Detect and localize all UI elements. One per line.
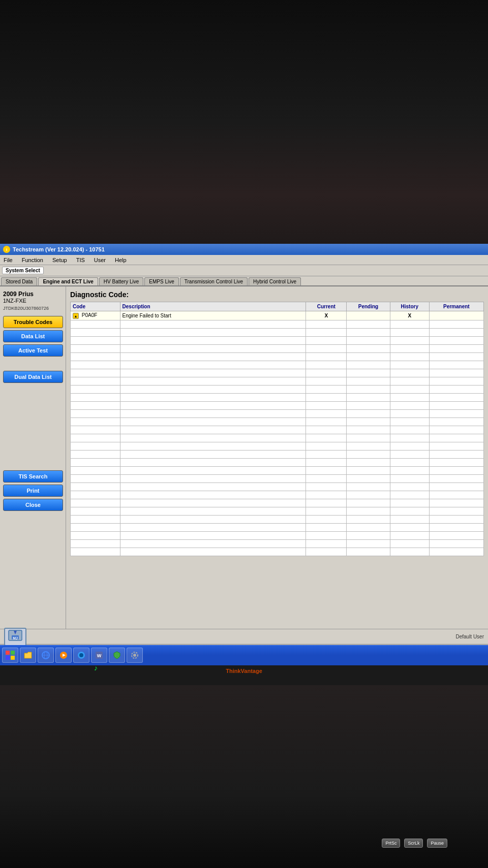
permanent-cell (429, 311, 483, 320)
table-row (71, 353, 484, 361)
pause-key[interactable]: Pause (427, 839, 447, 848)
prtsc-key[interactable]: PrtSc (382, 839, 400, 848)
scanner-wave-icon: ♪ (94, 664, 98, 672)
main-content: 2009 Prius 1NZ-FXE JTDKB20U307860726 Tro… (0, 286, 488, 629)
table-row (71, 345, 484, 353)
app-window: i Techstream (Ver 12.20.024) - 10751 Fil… (0, 244, 488, 650)
table-row (71, 459, 484, 467)
tab-bar: Stored Data Engine and ECT Live HV Batte… (0, 276, 488, 286)
bottom-dark-area: PrtSc ScrLk Pause (0, 685, 488, 868)
taskbar-browser2[interactable] (73, 648, 89, 663)
menu-user[interactable]: User (93, 256, 107, 264)
taskbar-file[interactable] (20, 648, 36, 663)
security-icon (112, 651, 121, 660)
media-icon (59, 651, 68, 660)
hmj-graphic: MJ (8, 629, 23, 645)
windows-taskbar: W (0, 645, 488, 665)
svg-rect-5 (11, 651, 15, 655)
taskbar-settings[interactable] (127, 648, 143, 663)
title-bar: i Techstream (Ver 12.20.024) - 10751 (0, 244, 488, 255)
table-row (71, 402, 484, 410)
menu-setup[interactable]: Setup (51, 256, 69, 264)
taskbar-media[interactable] (55, 648, 72, 663)
tab-emps-live[interactable]: EMPS Live (144, 277, 178, 285)
system-select-bar: System Select (0, 265, 488, 276)
svg-rect-7 (11, 656, 15, 660)
history-cell: X (390, 311, 429, 320)
svg-text:W: W (97, 653, 102, 658)
start-icon (5, 650, 15, 660)
table-row (71, 320, 484, 329)
tab-system-select[interactable]: System Select (2, 267, 44, 274)
table-row (71, 410, 484, 418)
svg-point-17 (133, 654, 136, 657)
tab-hv-battery-live[interactable]: HV Battery Live (99, 277, 143, 285)
col-header-permanent: Permanent (429, 302, 483, 311)
active-test-button[interactable]: Active Test (3, 344, 63, 357)
diagnostic-area: Diagnostic Code: Code Description Curren… (66, 286, 488, 629)
tab-stored-data[interactable]: Stored Data (1, 277, 37, 285)
col-header-description: Description (120, 302, 306, 311)
program-icon: W (95, 651, 104, 660)
menu-tis[interactable]: TIS (75, 256, 86, 264)
svg-rect-4 (6, 651, 10, 655)
col-header-current: Current (306, 302, 347, 311)
menu-function[interactable]: Function (20, 256, 45, 264)
browser-icon (41, 651, 50, 660)
laptop-top-area (0, 0, 488, 244)
table-row (71, 491, 484, 499)
sidebar-spacer-8 (3, 458, 63, 468)
col-header-history: History (390, 302, 429, 311)
sidebar-spacer-2 (3, 385, 63, 395)
sidebar-spacer-4 (3, 409, 63, 420)
table-row (71, 475, 484, 483)
table-row (71, 516, 484, 524)
taskbar-security[interactable] (109, 648, 125, 663)
keyboard-controls: PrtSc ScrLk Pause (382, 839, 447, 848)
menu-help[interactable]: Help (113, 256, 128, 264)
col-header-code: Code (71, 302, 120, 311)
sidebar: 2009 Prius 1NZ-FXE JTDKB20U307860726 Tro… (0, 286, 66, 629)
table-row (71, 361, 484, 369)
tab-transmission-live[interactable]: Transmission Control Live (180, 277, 248, 285)
vehicle-vin: JTDKB20U307860726 (3, 306, 63, 311)
table-row (71, 329, 484, 337)
trouble-codes-button[interactable]: Trouble Codes (3, 316, 63, 328)
folder-icon (23, 651, 33, 660)
table-row (71, 418, 484, 426)
taskbar-browser[interactable] (38, 648, 54, 663)
table-row (71, 499, 484, 507)
table-row (71, 507, 484, 516)
diagnostic-title: Diagnostic Code: (70, 291, 484, 299)
taskbar-start[interactable] (2, 648, 18, 663)
default-user-label: Default User (455, 634, 484, 639)
data-list-button[interactable]: Data List (3, 330, 63, 342)
diagnostic-table: Code Description Current Pending History… (70, 302, 484, 556)
dual-data-list-button[interactable]: Dual Data List (3, 371, 63, 383)
description-cell: Engine Failed to Start (120, 311, 306, 320)
hmj-box: MJ (4, 628, 26, 646)
browser2-icon (77, 651, 86, 660)
tis-search-button[interactable]: TIS Search (3, 470, 63, 483)
taskbar-program[interactable]: W (91, 648, 107, 663)
col-header-pending: Pending (347, 302, 390, 311)
app-icon: i (3, 246, 10, 253)
table-row: ▲ P0A0F Engine Failed to Start X X (71, 311, 484, 320)
table-row (71, 548, 484, 556)
sidebar-spacer-3 (3, 397, 63, 407)
close-button[interactable]: Close (3, 499, 63, 511)
scrlk-key[interactable]: ScrLk (404, 839, 423, 848)
brand-label: ThinkVantage (226, 668, 262, 681)
table-row (71, 385, 484, 394)
tab-engine-ect-live[interactable]: Engine and ECT Live (38, 277, 98, 286)
bottom-bar: MJ Default User (0, 629, 488, 644)
print-button[interactable]: Print (3, 485, 63, 497)
current-cell: X (306, 311, 347, 320)
table-row (71, 337, 484, 345)
sidebar-spacer-5 (3, 422, 63, 432)
table-row (71, 377, 484, 385)
hmj-icon-area: MJ (4, 628, 26, 646)
menu-file[interactable]: File (2, 256, 14, 264)
tab-hybrid-control-live[interactable]: Hybrid Control Live (249, 277, 301, 285)
code-icon: ▲ (73, 313, 79, 319)
